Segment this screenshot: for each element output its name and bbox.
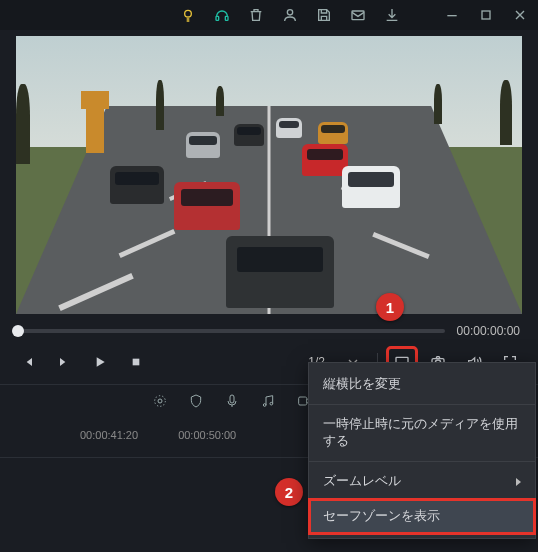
- svg-rect-1: [216, 16, 219, 20]
- menu-label: セーフゾーンを表示: [323, 508, 440, 525]
- menu-label: 縦横比を変更: [323, 376, 401, 393]
- menu-separator: [309, 461, 535, 462]
- svg-point-14: [270, 402, 273, 405]
- menu-change-aspect[interactable]: 縦横比を変更: [309, 367, 535, 402]
- lightbulb-icon[interactable]: [178, 5, 198, 25]
- progress-bar[interactable]: [18, 329, 445, 333]
- maximize-icon[interactable]: [476, 5, 496, 25]
- mic-icon[interactable]: [222, 391, 242, 411]
- timeline-tick: 00:00:50:00: [178, 429, 236, 441]
- svg-rect-15: [299, 397, 307, 405]
- stop-button[interactable]: [122, 348, 150, 376]
- display-context-menu: 縦横比を変更 一時停止時に元のメディアを使用する ズームレベル セーフゾーンを表…: [308, 362, 536, 539]
- svg-point-11: [155, 396, 166, 407]
- submenu-arrow-icon: [516, 478, 521, 486]
- video-preview[interactable]: [16, 36, 522, 314]
- menu-separator: [309, 404, 535, 405]
- shield-icon[interactable]: [186, 391, 206, 411]
- svg-point-13: [263, 404, 266, 407]
- save-icon[interactable]: [314, 5, 334, 25]
- progress-row: 00:00:00:00: [0, 314, 538, 344]
- step-badge-2: 2: [275, 478, 303, 506]
- close-icon[interactable]: [510, 5, 530, 25]
- mail-icon[interactable]: [348, 5, 368, 25]
- svg-rect-12: [230, 395, 234, 403]
- prev-frame-button[interactable]: [14, 348, 42, 376]
- menu-show-safe-zone[interactable]: セーフゾーンを表示: [309, 499, 535, 534]
- menu-use-original-on-pause[interactable]: 一時停止時に元のメディアを使用する: [309, 407, 535, 459]
- play-button[interactable]: [86, 348, 114, 376]
- focus-icon[interactable]: [150, 391, 170, 411]
- titlebar: [0, 0, 538, 30]
- music-icon[interactable]: [258, 391, 278, 411]
- minimize-icon[interactable]: [442, 5, 462, 25]
- svg-point-3: [287, 10, 292, 15]
- menu-label: 一時停止時に元のメディアを使用する: [323, 416, 521, 450]
- user-icon[interactable]: [280, 5, 300, 25]
- svg-rect-2: [225, 16, 228, 20]
- download-icon[interactable]: [382, 5, 402, 25]
- headset-icon[interactable]: [212, 5, 232, 25]
- step-badge-1: 1: [376, 293, 404, 321]
- svg-rect-4: [352, 11, 364, 20]
- svg-point-10: [158, 399, 162, 403]
- menu-label: ズームレベル: [323, 473, 401, 490]
- next-frame-button[interactable]: [50, 348, 78, 376]
- svg-rect-6: [133, 359, 140, 366]
- menu-zoom-level[interactable]: ズームレベル: [309, 464, 535, 499]
- svg-rect-5: [482, 11, 490, 19]
- timeline-tick: 00:00:41:20: [80, 429, 138, 441]
- svg-point-0: [185, 10, 192, 17]
- progress-thumb[interactable]: [12, 325, 24, 337]
- delete-icon[interactable]: [246, 5, 266, 25]
- time-display: 00:00:00:00: [457, 324, 520, 338]
